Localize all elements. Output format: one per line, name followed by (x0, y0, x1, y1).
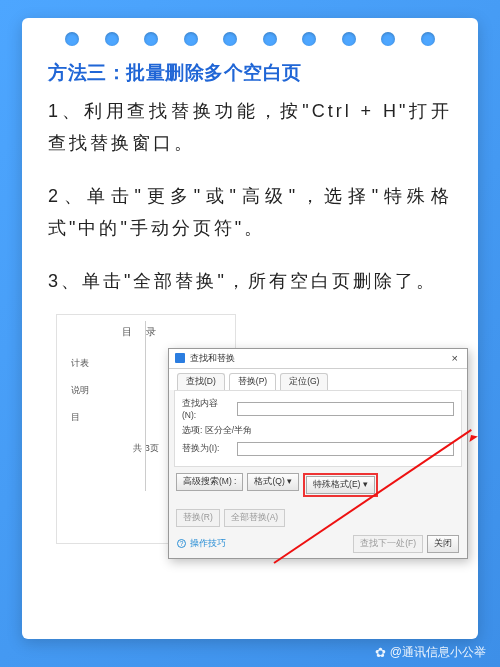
replace-all-button[interactable]: 全部替换(A) (224, 509, 285, 527)
annotation-arrow (106, 580, 336, 582)
dialog-body: 查找内容(N): 选项: 区分全/半角 替换为(I): (174, 390, 462, 467)
close-icon[interactable]: × (449, 352, 461, 364)
options-value: 区分全/半角 (205, 425, 252, 435)
find-next-button[interactable]: 查找下一处(F) (353, 535, 423, 553)
dialog-app-icon (175, 353, 185, 363)
button-row-formats: 高级搜索(M) : 格式(Q) ▾ 特殊格式(E) ▾ (169, 467, 467, 503)
tip-label[interactable]: 操作技巧 (190, 537, 226, 550)
binder-holes (22, 32, 478, 46)
replace-field-row: 替换为(I): (182, 442, 454, 456)
content-area: 方法三：批量删除多个空白页 1、利用查找替换功能，按"Ctrl + H"打开查找… (22, 52, 478, 580)
close-button[interactable]: 关闭 (427, 535, 459, 553)
doc-heading: 目录 (71, 325, 221, 339)
doc-row-left: 计表 (71, 357, 89, 370)
doc-row-left: 目 (71, 411, 80, 424)
tab-replace[interactable]: 替换(P) (229, 373, 276, 390)
step-3: 3、单击"全部替换"，所有空白页删除了。 (48, 266, 452, 298)
find-field-row: 查找内容(N): (182, 398, 454, 420)
tip-icon: ? (177, 539, 186, 548)
screenshot-area: 目录 计表 1 页 说明 1 页 目 1 页 共 3页 (56, 320, 444, 580)
options-row: 选项: 区分全/半角 (182, 425, 454, 437)
dialog-titlebar[interactable]: 查找和替换 × (169, 349, 467, 369)
step-2: 2、单击"更多"或"高级"，选择"特殊格式"中的"手动分页符"。 (48, 181, 452, 244)
find-replace-dialog: 查找和替换 × 查找(D) 替换(P) 定位(G) 查找内容(N): 选项: 区… (168, 348, 468, 559)
replace-input[interactable] (237, 442, 454, 456)
dialog-tabs: 查找(D) 替换(P) 定位(G) (169, 369, 467, 390)
tab-find[interactable]: 查找(D) (177, 373, 225, 390)
replace-label: 替换为(I): (182, 443, 232, 455)
format-button[interactable]: 格式(Q) ▾ (247, 473, 299, 491)
button-row-replace: 替换(R) 全部替换(A) (169, 503, 467, 533)
paper-card: 方法三：批量删除多个空白页 1、利用查找替换功能，按"Ctrl + H"打开查找… (22, 18, 478, 639)
dialog-title: 查找和替换 (190, 352, 235, 365)
special-format-button[interactable]: 特殊格式(E) ▾ (306, 476, 375, 494)
watermark: ✿ @通讯信息小公举 (375, 644, 486, 661)
special-format-highlight: 特殊格式(E) ▾ (303, 473, 378, 497)
doc-vertical-line (145, 321, 146, 491)
method-title: 方法三：批量删除多个空白页 (48, 60, 452, 86)
doc-row-left: 说明 (71, 384, 89, 397)
step-1: 1、利用查找替换功能，按"Ctrl + H"打开查找替换窗口。 (48, 96, 452, 159)
dialog-footer: ? 操作技巧 查找下一处(F) 关闭 (169, 533, 467, 558)
tab-goto[interactable]: 定位(G) (280, 373, 328, 390)
watermark-text: @通讯信息小公举 (390, 644, 486, 661)
options-label: 选项: (182, 425, 202, 435)
find-input[interactable] (237, 402, 454, 416)
advanced-search-button[interactable]: 高级搜索(M) : (176, 473, 243, 491)
paw-icon: ✿ (375, 645, 386, 660)
replace-button[interactable]: 替换(R) (176, 509, 220, 527)
find-label: 查找内容(N): (182, 398, 232, 420)
